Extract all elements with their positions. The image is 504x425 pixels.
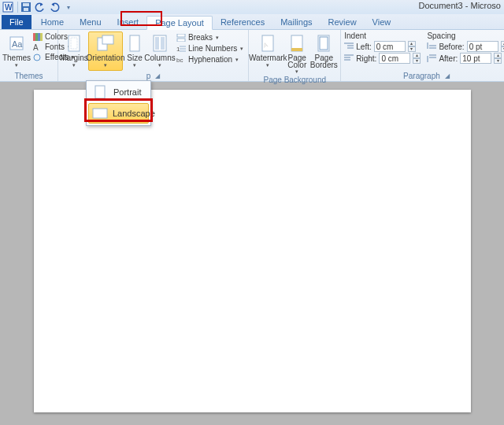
- ribbon-tabs: File Home Menu Insert Page Layout Refere…: [0, 14, 504, 30]
- group-label-page-background: Page Background: [252, 75, 337, 85]
- svg-rect-10: [40, 33, 43, 41]
- spacing-before-input[interactable]: 0 pt: [467, 41, 498, 52]
- themes-icon: Aa: [8, 34, 25, 53]
- orientation-portrait[interactable]: Portrait: [87, 82, 150, 102]
- paragraph-dialog-launcher[interactable]: ◢: [445, 71, 450, 81]
- ribbon: Aa Themes ▾ Colors▾ AFonts▾ Effects▾ The…: [0, 30, 504, 82]
- svg-rect-16: [102, 35, 113, 44]
- margins-icon: [66, 34, 82, 53]
- orientation-landscape[interactable]: Landscape: [88, 103, 149, 124]
- svg-rect-21: [177, 34, 185, 37]
- page-borders-button[interactable]: Page Borders: [310, 31, 337, 75]
- svg-rect-3: [23, 3, 29, 6]
- size-icon: [128, 34, 142, 53]
- columns-button[interactable]: Columns ▾: [146, 31, 173, 71]
- group-themes: Aa Themes ▾ Colors▾ AFonts▾ Effects▾ The…: [0, 30, 58, 81]
- tab-page-layout[interactable]: Page Layout: [146, 16, 213, 30]
- watermark-button[interactable]: A Watermark ▾: [252, 31, 284, 75]
- group-page-background: A Watermark ▾ Page Color ▾ Page Borders …: [249, 30, 341, 81]
- svg-rect-4: [24, 8, 28, 11]
- breaks-button[interactable]: Breaks▾: [175, 32, 245, 42]
- orientation-menu: Portrait Landscape: [86, 80, 151, 126]
- colors-icon: [33, 33, 43, 41]
- landscape-icon: [92, 106, 108, 120]
- page-color-icon: [289, 34, 305, 53]
- page-color-button[interactable]: Page Color ▾: [285, 31, 309, 75]
- svg-rect-53: [95, 86, 105, 98]
- group-label-paragraph: Paragraph◢: [344, 71, 504, 81]
- svg-rect-54: [93, 109, 107, 118]
- spacing-after-spinner[interactable]: ▴▾: [494, 53, 502, 64]
- spacing-after-icon: [427, 54, 436, 62]
- indent-right-icon: [344, 54, 354, 62]
- window-title: Document3 - Microso: [418, 1, 501, 10]
- portrait-icon: [91, 85, 109, 99]
- effects-icon: [33, 54, 43, 61]
- indent-right-spinner[interactable]: ▴▾: [413, 53, 421, 64]
- tab-insert[interactable]: Insert: [109, 15, 147, 29]
- themes-button[interactable]: Aa Themes ▾: [3, 31, 30, 71]
- spacing-after-input[interactable]: 10 pt: [460, 53, 491, 64]
- hyphenation-button[interactable]: bcHyphenation▾: [175, 54, 245, 65]
- margins-button[interactable]: Margins ▾: [61, 31, 87, 71]
- svg-point-12: [34, 54, 40, 61]
- page-borders-icon: [316, 34, 332, 53]
- svg-text:A: A: [33, 43, 39, 51]
- save-button[interactable]: [20, 1, 32, 13]
- svg-text:Aa: Aa: [12, 39, 23, 49]
- svg-rect-7: [33, 33, 35, 41]
- tab-view[interactable]: View: [365, 15, 399, 29]
- watermark-icon: A: [260, 34, 276, 53]
- svg-rect-17: [130, 35, 139, 51]
- svg-rect-19: [155, 37, 159, 50]
- hyphenation-icon: bc: [176, 56, 186, 64]
- group-label-themes: Themes: [3, 71, 54, 81]
- group-paragraph: Indent Left: 0 cm ▴▾ Right: 0 cm ▴▾: [341, 30, 504, 81]
- quick-access-toolbar: W ▾ Document3 - Microso: [0, 0, 504, 14]
- word-icon: W: [2, 1, 14, 13]
- orientation-icon: [96, 34, 115, 53]
- qat-customize-button[interactable]: ▾: [62, 1, 75, 13]
- svg-text:W: W: [5, 3, 13, 12]
- indent-left-input[interactable]: 0 cm: [374, 41, 406, 52]
- group-page-setup: Margins ▾ Orientation ▾ Size ▾ Columns ▾: [58, 30, 249, 81]
- tab-review[interactable]: Review: [321, 15, 365, 29]
- tab-file[interactable]: File: [2, 15, 32, 29]
- indent-left-spinner[interactable]: ▴▾: [408, 41, 416, 52]
- svg-rect-31: [291, 48, 302, 51]
- page-setup-dialog-launcher[interactable]: ◢: [155, 71, 160, 81]
- indent-header: Indent: [344, 31, 421, 40]
- svg-rect-22: [177, 39, 185, 42]
- undo-button[interactable]: [34, 1, 46, 13]
- tab-home[interactable]: Home: [33, 15, 72, 29]
- tab-references[interactable]: References: [213, 15, 272, 29]
- size-button[interactable]: Size ▾: [124, 31, 145, 71]
- svg-text:bc: bc: [176, 57, 183, 64]
- orientation-button[interactable]: Orientation ▾: [88, 31, 123, 71]
- tab-menu[interactable]: Menu: [72, 15, 109, 29]
- redo-button[interactable]: [48, 1, 61, 13]
- document-area: [0, 82, 504, 425]
- spacing-header: Spacing: [427, 31, 504, 40]
- indent-left-icon: [344, 42, 354, 50]
- line-numbers-icon: 1: [176, 45, 186, 53]
- columns-icon: [152, 34, 168, 53]
- line-numbers-button[interactable]: 1Line Numbers▾: [175, 43, 245, 54]
- svg-rect-20: [161, 37, 165, 50]
- indent-right-input[interactable]: 0 cm: [379, 53, 410, 64]
- fonts-icon: A: [33, 43, 43, 51]
- svg-rect-8: [35, 33, 38, 41]
- breaks-icon: [176, 34, 186, 42]
- spacing-before-spinner[interactable]: ▴▾: [501, 41, 504, 52]
- tab-mailings[interactable]: Mailings: [272, 15, 320, 29]
- svg-rect-9: [38, 33, 40, 41]
- document-page[interactable]: [34, 90, 471, 412]
- spacing-before-icon: [427, 42, 436, 50]
